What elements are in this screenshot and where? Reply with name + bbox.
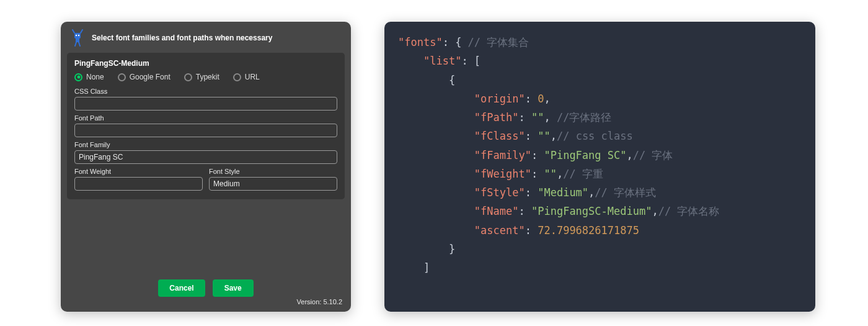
radio-label: Typekit [196, 73, 219, 81]
code-comment: // 字体 [633, 149, 673, 161]
input-font-weight[interactable] [74, 177, 203, 191]
code-key: "fWeight" [474, 168, 531, 180]
svg-point-1 [76, 35, 77, 36]
code-value: "" [531, 111, 544, 124]
radio-none[interactable]: None [74, 73, 104, 81]
code-comment: // 字重 [563, 168, 603, 180]
font-source-radio-group: None Google Font Typekit URL [74, 73, 337, 81]
font-name-heading: PingFangSC-Medium [74, 59, 337, 68]
dialog-spacer [61, 199, 351, 276]
radio-label: None [86, 73, 104, 81]
radio-dot-icon [233, 73, 241, 81]
code-key: "fonts" [398, 36, 443, 48]
label-font-weight: Font Weight [74, 168, 203, 175]
input-css-class[interactable] [74, 97, 337, 111]
json-code-panel: "fonts": { // 字体集合 "list": [ { "origin":… [384, 22, 815, 312]
input-font-family[interactable] [74, 150, 337, 164]
code-key: "fName" [474, 205, 519, 217]
svg-point-2 [78, 35, 79, 36]
radio-label: Google Font [130, 73, 170, 81]
radio-dot-icon [74, 73, 82, 81]
input-font-path[interactable] [74, 124, 337, 137]
code-key: "fStyle" [474, 186, 525, 199]
version-label: Version: 5.10.2 [297, 298, 342, 306]
dialog-body: PingFangSC-Medium None Google Font Typek… [67, 53, 345, 199]
code-value: "" [538, 130, 550, 142]
bodymovin-mascot-icon [71, 29, 86, 47]
code-key: "list" [423, 55, 461, 67]
code-comment: // 字体样式 [595, 186, 656, 199]
dialog-footer: Cancel Save Version: 5.10.2 [61, 276, 351, 312]
code-key: "ascent" [474, 224, 525, 237]
radio-google-font[interactable]: Google Font [118, 73, 170, 81]
label-font-style: Font Style [209, 168, 337, 175]
radio-label: URL [245, 73, 260, 81]
radio-url[interactable]: URL [233, 73, 260, 81]
code-key: "fFamily" [474, 149, 531, 161]
code-value: "" [544, 168, 556, 180]
svg-rect-0 [74, 33, 81, 38]
radio-typekit[interactable]: Typekit [184, 73, 219, 81]
code-key: "fPath" [474, 111, 519, 124]
dialog-header: Select font families and font paths when… [61, 22, 351, 53]
code-value: "Medium" [538, 186, 588, 199]
code-value: 0 [538, 93, 544, 105]
code-key: "fClass" [474, 130, 525, 142]
code-value: "PingFang SC" [544, 149, 626, 161]
code-key: "origin" [474, 93, 525, 105]
input-font-style[interactable] [209, 177, 337, 191]
label-font-path: Font Path [74, 114, 337, 122]
label-css-class: CSS Class [74, 88, 337, 95]
radio-dot-icon [118, 73, 126, 81]
font-settings-dialog: Select font families and font paths when… [61, 22, 351, 312]
dialog-title: Select font families and font paths when… [92, 34, 272, 42]
radio-dot-icon [184, 73, 192, 81]
code-comment: // 字体名称 [658, 205, 720, 217]
code-comment: // css class [557, 130, 633, 142]
code-value: 72.7996826171875 [538, 224, 639, 237]
label-font-family: Font Family [74, 141, 337, 148]
code-value: "PingFangSC-Medium" [531, 205, 652, 217]
code-comment: //字体路径 [557, 111, 611, 124]
cancel-button[interactable]: Cancel [158, 279, 205, 297]
code-comment: // 字体集合 [468, 36, 529, 48]
save-button[interactable]: Save [213, 279, 254, 297]
